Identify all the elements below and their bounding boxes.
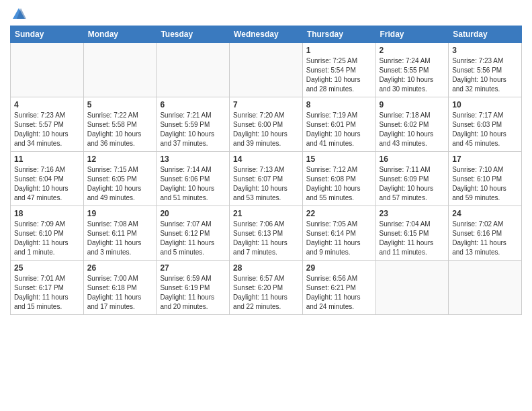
logo-icon — [11, 7, 26, 21]
calendar-cell — [230, 43, 303, 97]
day-detail: Sunrise: 6:57 AMSunset: 6:20 PMDaylight:… — [233, 274, 299, 312]
day-detail: Sunrise: 7:20 AMSunset: 6:00 PMDaylight:… — [233, 111, 299, 148]
page-container: SundayMondayTuesdayWednesdayThursdayFrid… — [0, 0, 532, 322]
day-number: 5 — [87, 100, 153, 109]
day-detail: Sunrise: 7:14 AMSunset: 6:06 PMDaylight:… — [160, 165, 226, 203]
day-number: 26 — [87, 263, 153, 273]
calendar-cell: 4Sunrise: 7:23 AMSunset: 5:57 PMDaylight… — [11, 97, 84, 152]
calendar-cell: 6Sunrise: 7:21 AMSunset: 5:59 PMDaylight… — [157, 97, 230, 152]
day-detail: Sunrise: 7:13 AMSunset: 6:07 PMDaylight:… — [233, 165, 299, 203]
calendar-week-row: 25Sunrise: 7:01 AMSunset: 6:17 PMDayligh… — [11, 261, 522, 315]
day-detail: Sunrise: 7:23 AMSunset: 5:56 PMDaylight:… — [452, 56, 518, 94]
day-number: 27 — [160, 263, 226, 273]
calendar-week-row: 4Sunrise: 7:23 AMSunset: 5:57 PMDaylight… — [11, 97, 522, 152]
calendar-cell — [83, 43, 157, 97]
day-detail: Sunrise: 6:59 AMSunset: 6:19 PMDaylight:… — [160, 274, 226, 312]
calendar-cell: 9Sunrise: 7:18 AMSunset: 6:02 PMDaylight… — [375, 97, 449, 152]
calendar-cell: 18Sunrise: 7:09 AMSunset: 6:10 PMDayligh… — [11, 206, 84, 261]
weekday-header-wednesday: Wednesday — [230, 26, 303, 43]
calendar-cell: 3Sunrise: 7:23 AMSunset: 5:56 PMDaylight… — [449, 43, 522, 97]
calendar-cell: 7Sunrise: 7:20 AMSunset: 6:00 PMDaylight… — [230, 97, 303, 152]
day-number: 20 — [160, 209, 226, 218]
day-number: 14 — [233, 154, 299, 164]
calendar-week-row: 18Sunrise: 7:09 AMSunset: 6:10 PMDayligh… — [11, 206, 522, 261]
calendar-week-row: 11Sunrise: 7:16 AMSunset: 6:04 PMDayligh… — [11, 152, 522, 206]
header — [10, 7, 522, 21]
weekday-header-thursday: Thursday — [302, 26, 375, 43]
calendar-cell: 19Sunrise: 7:08 AMSunset: 6:11 PMDayligh… — [83, 206, 157, 261]
calendar-cell: 8Sunrise: 7:19 AMSunset: 6:01 PMDaylight… — [302, 97, 375, 152]
day-detail: Sunrise: 7:00 AMSunset: 6:18 PMDaylight:… — [87, 274, 153, 312]
day-number: 8 — [306, 100, 372, 109]
calendar-table: SundayMondayTuesdayWednesdayThursdayFrid… — [10, 26, 522, 315]
day-detail: Sunrise: 7:10 AMSunset: 6:10 PMDaylight:… — [452, 165, 518, 203]
calendar-cell: 27Sunrise: 6:59 AMSunset: 6:19 PMDayligh… — [157, 261, 230, 315]
day-number: 12 — [87, 154, 153, 164]
calendar-cell: 16Sunrise: 7:11 AMSunset: 6:09 PMDayligh… — [375, 152, 449, 206]
day-detail: Sunrise: 7:04 AMSunset: 6:15 PMDaylight:… — [380, 220, 445, 257]
calendar-cell: 20Sunrise: 7:07 AMSunset: 6:12 PMDayligh… — [157, 206, 230, 261]
day-detail: Sunrise: 7:24 AMSunset: 5:55 PMDaylight:… — [380, 56, 445, 94]
day-number: 24 — [452, 209, 518, 218]
calendar-cell: 24Sunrise: 7:02 AMSunset: 6:16 PMDayligh… — [449, 206, 522, 261]
weekday-header-sunday: Sunday — [11, 26, 84, 43]
day-number: 13 — [160, 154, 226, 164]
day-number: 28 — [233, 263, 299, 273]
calendar-cell — [375, 261, 449, 315]
calendar-cell — [449, 261, 522, 315]
weekday-header-tuesday: Tuesday — [157, 26, 230, 43]
day-number: 22 — [306, 209, 372, 218]
day-number: 9 — [380, 100, 445, 109]
day-number: 18 — [14, 209, 80, 218]
day-detail: Sunrise: 7:07 AMSunset: 6:12 PMDaylight:… — [160, 220, 226, 257]
calendar-cell: 15Sunrise: 7:12 AMSunset: 6:08 PMDayligh… — [302, 152, 375, 206]
day-number: 17 — [452, 154, 518, 164]
day-number: 29 — [306, 263, 372, 273]
day-detail: Sunrise: 7:06 AMSunset: 6:13 PMDaylight:… — [233, 220, 299, 257]
day-number: 4 — [14, 100, 80, 109]
calendar-cell: 13Sunrise: 7:14 AMSunset: 6:06 PMDayligh… — [157, 152, 230, 206]
calendar-cell: 21Sunrise: 7:06 AMSunset: 6:13 PMDayligh… — [230, 206, 303, 261]
weekday-header-friday: Friday — [375, 26, 449, 43]
calendar-cell: 14Sunrise: 7:13 AMSunset: 6:07 PMDayligh… — [230, 152, 303, 206]
day-detail: Sunrise: 7:23 AMSunset: 5:57 PMDaylight:… — [14, 111, 80, 148]
calendar-cell: 11Sunrise: 7:16 AMSunset: 6:04 PMDayligh… — [11, 152, 84, 206]
day-detail: Sunrise: 7:12 AMSunset: 6:08 PMDaylight:… — [306, 165, 372, 203]
calendar-cell: 12Sunrise: 7:15 AMSunset: 6:05 PMDayligh… — [83, 152, 157, 206]
day-number: 7 — [233, 100, 299, 109]
calendar-cell: 5Sunrise: 7:22 AMSunset: 5:58 PMDaylight… — [83, 97, 157, 152]
day-detail: Sunrise: 7:25 AMSunset: 5:54 PMDaylight:… — [306, 56, 372, 94]
day-detail: Sunrise: 7:21 AMSunset: 5:59 PMDaylight:… — [160, 111, 226, 148]
day-detail: Sunrise: 7:02 AMSunset: 6:16 PMDaylight:… — [452, 220, 518, 257]
day-number: 19 — [87, 209, 153, 218]
calendar-cell: 1Sunrise: 7:25 AMSunset: 5:54 PMDaylight… — [302, 43, 375, 97]
logo — [10, 7, 26, 21]
day-number: 2 — [380, 46, 445, 55]
day-number: 15 — [306, 154, 372, 164]
calendar-cell: 25Sunrise: 7:01 AMSunset: 6:17 PMDayligh… — [11, 261, 84, 315]
day-detail: Sunrise: 7:08 AMSunset: 6:11 PMDaylight:… — [87, 220, 153, 257]
day-detail: Sunrise: 7:22 AMSunset: 5:58 PMDaylight:… — [87, 111, 153, 148]
day-detail: Sunrise: 7:15 AMSunset: 6:05 PMDaylight:… — [87, 165, 153, 203]
day-number: 6 — [160, 100, 226, 109]
calendar-cell: 23Sunrise: 7:04 AMSunset: 6:15 PMDayligh… — [375, 206, 449, 261]
day-number: 16 — [380, 154, 445, 164]
day-number: 21 — [233, 209, 299, 218]
day-detail: Sunrise: 7:01 AMSunset: 6:17 PMDaylight:… — [14, 274, 80, 312]
day-number: 11 — [14, 154, 80, 164]
day-detail: Sunrise: 7:17 AMSunset: 6:03 PMDaylight:… — [452, 111, 518, 148]
calendar-cell — [157, 43, 230, 97]
calendar-cell: 17Sunrise: 7:10 AMSunset: 6:10 PMDayligh… — [449, 152, 522, 206]
day-number: 1 — [306, 46, 372, 55]
day-number: 3 — [452, 46, 518, 55]
calendar-cell: 26Sunrise: 7:00 AMSunset: 6:18 PMDayligh… — [83, 261, 157, 315]
calendar-cell: 2Sunrise: 7:24 AMSunset: 5:55 PMDaylight… — [375, 43, 449, 97]
weekday-header-row: SundayMondayTuesdayWednesdayThursdayFrid… — [11, 26, 522, 43]
calendar-cell: 22Sunrise: 7:05 AMSunset: 6:14 PMDayligh… — [302, 206, 375, 261]
calendar-week-row: 1Sunrise: 7:25 AMSunset: 5:54 PMDaylight… — [11, 43, 522, 97]
day-detail: Sunrise: 7:09 AMSunset: 6:10 PMDaylight:… — [14, 220, 80, 257]
day-detail: Sunrise: 7:18 AMSunset: 6:02 PMDaylight:… — [380, 111, 445, 148]
day-number: 10 — [452, 100, 518, 109]
day-detail: Sunrise: 6:56 AMSunset: 6:21 PMDaylight:… — [306, 274, 372, 312]
calendar-cell: 10Sunrise: 7:17 AMSunset: 6:03 PMDayligh… — [449, 97, 522, 152]
